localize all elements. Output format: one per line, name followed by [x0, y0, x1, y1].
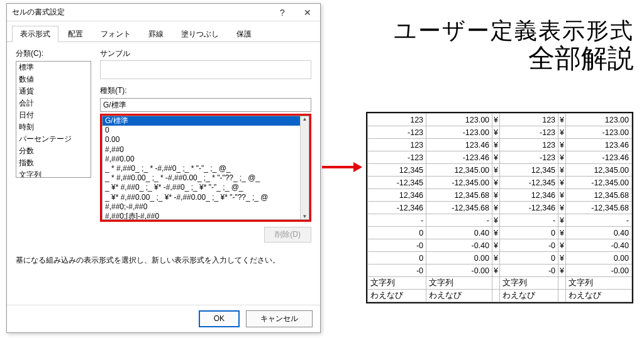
titlebar: セルの書式設定 ? ✕ — [7, 4, 320, 21]
scrollbar[interactable]: ▲ ▼ — [300, 116, 309, 219]
category-item[interactable]: 分数 — [16, 145, 91, 157]
cell: - — [566, 214, 632, 227]
cell: 123.00 — [566, 114, 632, 126]
cell: -12,345.68 — [426, 202, 492, 214]
format-item[interactable]: #,##0 — [103, 145, 300, 155]
format-list-highlight: G/標準00.00#,##0#,##0.00_ * #,##0_ ;_ * -#… — [100, 114, 311, 222]
cell: 12,345.68 — [566, 189, 632, 202]
cell: 123.46 — [426, 139, 492, 151]
category-item[interactable]: 時刻 — [16, 121, 91, 133]
yen-cell: ¥ — [558, 202, 566, 214]
format-item[interactable]: 0 — [103, 126, 300, 135]
cell: -12,346 — [368, 202, 426, 214]
format-item[interactable]: _ ¥* #,##0_ ;_ ¥* -#,##0_ ;_ ¥* "-"_ ;_ … — [103, 183, 300, 192]
scroll-down-icon[interactable]: ▼ — [303, 214, 308, 219]
yen-cell: ¥ — [558, 189, 566, 202]
delete-button: 削除(D) — [264, 227, 311, 243]
cell: 12,345 — [368, 164, 426, 177]
yen-cell — [492, 290, 500, 302]
cell: -12,346 — [499, 202, 558, 214]
yen-cell: ¥ — [492, 227, 500, 239]
category-item[interactable]: 標準 — [16, 62, 91, 74]
cell: 文字列 — [566, 277, 632, 290]
cell: -123 — [368, 151, 426, 164]
category-item[interactable]: 数値 — [16, 74, 91, 85]
category-item[interactable]: 日付 — [16, 109, 91, 121]
cell: 12,346 — [368, 189, 426, 202]
cell: 文字列 — [499, 277, 558, 290]
yen-cell: ¥ — [492, 239, 500, 252]
format-list[interactable]: G/標準00.00#,##0#,##0.00_ * #,##0_ ;_ * -#… — [102, 116, 309, 220]
heading-line1: ユーザー定義表示形式 — [394, 18, 634, 43]
category-item[interactable]: パーセンテージ — [16, 133, 91, 145]
type-input[interactable] — [100, 98, 311, 112]
format-item[interactable]: _ * #,##0.00_ ;_ * -#,##0.00_ ;_ * "-"??… — [103, 173, 300, 183]
cell: 0.00 — [426, 252, 492, 264]
result-table: 123123.00¥123¥123.00-123-123.00¥-123¥-12… — [366, 112, 633, 303]
cell: -12,345 — [499, 177, 558, 189]
cell: 0.00 — [566, 252, 632, 264]
cell: -123.00 — [566, 126, 632, 139]
tab-0[interactable]: 表示形式 — [12, 26, 58, 42]
cell: 123.00 — [426, 114, 492, 126]
cell: -123 — [499, 126, 558, 139]
format-item[interactable]: _ ¥* #,##0.00_ ;_ ¥* -#,##0.00_ ;_ ¥* "-… — [103, 193, 300, 202]
cell: -0.40 — [426, 239, 492, 252]
tab-2[interactable]: フォント — [92, 26, 139, 42]
cell: 123.46 — [566, 139, 632, 151]
tab-4[interactable]: 塗りつぶし — [173, 26, 227, 42]
cell: -0.40 — [566, 239, 632, 252]
yen-cell: ¥ — [492, 189, 500, 202]
category-item[interactable]: 指数 — [16, 157, 91, 169]
yen-cell: ¥ — [558, 239, 566, 252]
scroll-up-icon[interactable]: ▲ — [303, 116, 308, 122]
yen-cell: ¥ — [558, 177, 566, 189]
cell: - — [499, 214, 558, 227]
cell: -123.46 — [566, 151, 632, 164]
tab-5[interactable]: 保護 — [228, 26, 260, 42]
category-item[interactable]: 文字列 — [16, 169, 91, 178]
page-heading: ユーザー定義表示形式 全部解説 — [394, 18, 634, 74]
cell: -0 — [499, 264, 558, 277]
format-item[interactable]: #,##0;[赤]-#,##0 — [103, 212, 300, 220]
yen-cell — [558, 277, 566, 290]
arrow-icon — [322, 162, 362, 172]
category-label: 分類(C): — [16, 48, 91, 59]
cell: わえなび — [499, 290, 558, 302]
format-item[interactable]: G/標準 — [103, 116, 300, 126]
cell: -123 — [499, 151, 558, 164]
format-item[interactable]: #,##0;-#,##0 — [103, 202, 300, 212]
category-item[interactable]: 会計 — [16, 97, 91, 109]
cell: 0 — [368, 227, 426, 239]
help-button[interactable]: ? — [270, 4, 295, 21]
dialog-title: セルの書式設定 — [7, 7, 270, 18]
type-label: 種類(T): — [100, 85, 311, 96]
yen-cell: ¥ — [492, 151, 500, 164]
format-item[interactable]: _ * #,##0_ ;_ * -#,##0_ ;_ * "-"_ ;_ @_ — [103, 164, 300, 173]
format-item[interactable]: 0.00 — [103, 135, 300, 144]
yen-cell: ¥ — [558, 139, 566, 151]
tab-1[interactable]: 配置 — [60, 26, 91, 42]
cell: -123.46 — [426, 151, 492, 164]
tab-3[interactable]: 罫線 — [140, 26, 172, 42]
yen-cell — [558, 290, 566, 302]
cell: 0 — [499, 227, 558, 239]
category-list[interactable]: 標準数値通貨会計日付時刻パーセンテージ分数指数文字列その他ユーザー定義 — [16, 61, 91, 178]
yen-cell: ¥ — [492, 264, 500, 277]
yen-cell: ¥ — [492, 126, 500, 139]
category-item[interactable]: 通貨 — [16, 85, 91, 97]
cell: 文字列 — [426, 277, 492, 290]
close-button[interactable]: ✕ — [295, 4, 320, 21]
yen-cell: ¥ — [558, 227, 566, 239]
ok-button[interactable]: OK — [199, 310, 240, 327]
hint-text: 基になる組み込みの表示形式を選択し、新しい表示形式を入力してください。 — [16, 255, 311, 266]
cell: 12,345.68 — [426, 189, 492, 202]
cell: 0 — [499, 252, 558, 264]
yen-cell: ¥ — [558, 264, 566, 277]
yen-cell: ¥ — [558, 151, 566, 164]
cancel-button[interactable]: キャンセル — [246, 310, 313, 327]
yen-cell: ¥ — [492, 177, 500, 189]
format-item[interactable]: #,##0.00 — [103, 155, 300, 164]
cell: 12,346 — [499, 189, 558, 202]
cell: -0 — [368, 264, 426, 277]
